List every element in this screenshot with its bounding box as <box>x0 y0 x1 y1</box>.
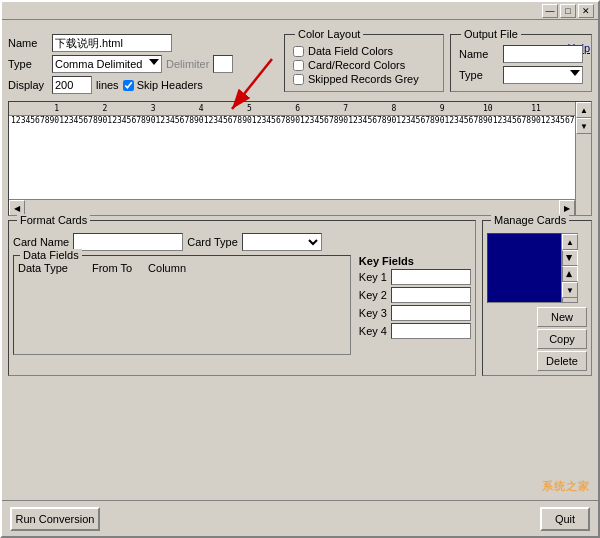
output-type-row: Type <box>459 66 583 84</box>
output-type-select[interactable] <box>503 66 583 84</box>
bottom-section: Format Cards Card Name Card Type Data Fi… <box>8 220 592 376</box>
manage-cards-panel: Manage Cards ▲ ▶ ◀ ▼ New Copy Delete <box>482 220 592 376</box>
manage-list-area: ▲ ▶ ◀ ▼ <box>487 233 587 303</box>
ruler-text: 1 2 3 4 5 6 7 8 9 10 11 12 <box>11 104 589 113</box>
card-name-row: Card Name Card Type <box>13 233 471 251</box>
display-row: Display lines Skip Headers <box>8 76 278 94</box>
color-layout-title: Color Layout <box>295 28 363 40</box>
from-to-col-header: From To <box>92 262 132 274</box>
card-type-label: Card Type <box>187 236 238 248</box>
display-input[interactable] <box>52 76 92 94</box>
name-label: Name <box>8 37 48 49</box>
manage-scroll-right[interactable]: ▶ <box>562 250 578 266</box>
skipped-records-option: Skipped Records Grey <box>293 73 435 85</box>
status-bar: Run Conversion Quit <box>2 500 598 536</box>
key2-input[interactable] <box>391 287 471 303</box>
format-cards-title: Format Cards <box>17 214 90 226</box>
title-bar: — □ ✕ <box>2 2 598 20</box>
output-file-title: Output File <box>461 28 521 40</box>
watermark: 系统之家 <box>542 479 590 494</box>
key1-input[interactable] <box>391 269 471 285</box>
main-window: — □ ✕ Help Name Type Comma Delimited Del… <box>0 0 600 538</box>
card-type-select[interactable] <box>242 233 322 251</box>
key-fields-title: Key Fields <box>359 255 471 267</box>
manage-cards-title: Manage Cards <box>491 214 569 226</box>
preview-area[interactable]: 1 2 3 4 5 6 7 8 9 10 11 12 1234567890123… <box>8 101 592 216</box>
lines-label: lines <box>96 79 119 91</box>
card-name-input[interactable] <box>73 233 183 251</box>
card-record-colors-option: Card/Record Colors <box>293 59 435 71</box>
new-button[interactable]: New <box>537 307 587 327</box>
key4-input[interactable] <box>391 323 471 339</box>
delimiter-input[interactable] <box>213 55 233 73</box>
card-record-colors-checkbox[interactable] <box>293 60 304 71</box>
skip-headers-label[interactable]: Skip Headers <box>123 79 203 91</box>
output-file-panel: Output File Name Type <box>450 34 592 92</box>
manage-buttons: New Copy Delete <box>487 307 587 371</box>
fields-section: Data Fields Data Type From To Column Key… <box>13 255 471 355</box>
v-scrollbar[interactable]: ▲ ▼ <box>575 102 591 215</box>
card-name-label: Card Name <box>13 236 69 248</box>
column-col-header: Column <box>148 262 186 274</box>
name-row: Name <box>8 34 278 52</box>
output-name-input[interactable] <box>503 45 583 63</box>
data-field-colors-label: Data Field Colors <box>308 45 393 57</box>
key1-row: Key 1 <box>359 269 471 285</box>
key1-label: Key 1 <box>359 271 387 283</box>
skipped-records-checkbox[interactable] <box>293 74 304 85</box>
color-layout-panel: Color Layout Data Field Colors Card/Reco… <box>284 34 444 92</box>
format-cards-panel: Format Cards Card Name Card Type Data Fi… <box>8 220 476 376</box>
manage-scrollbar: ▲ ▶ ◀ ▼ <box>562 233 578 303</box>
settings-panel: Name Type Comma Delimited Delimiter Disp… <box>8 34 278 97</box>
output-type-label: Type <box>459 69 499 81</box>
key3-input[interactable] <box>391 305 471 321</box>
key3-label: Key 3 <box>359 307 387 319</box>
data-type-col-header: Data Type <box>18 262 68 274</box>
copy-button[interactable]: Copy <box>537 329 587 349</box>
delete-button[interactable]: Delete <box>537 351 587 371</box>
manage-scroll-up[interactable]: ▲ <box>562 234 578 250</box>
type-select[interactable]: Comma Delimited <box>52 55 162 73</box>
key3-row: Key 3 <box>359 305 471 321</box>
key2-row: Key 2 <box>359 287 471 303</box>
manage-scroll-left[interactable]: ◀ <box>562 266 578 282</box>
df-headers: Data Type From To Column <box>18 262 346 274</box>
ruler: 1 2 3 4 5 6 7 8 9 10 11 12 <box>9 102 591 116</box>
ruler-numbers: 1234567890123456789012345678901234567890… <box>9 116 591 125</box>
type-label: Type <box>8 58 48 70</box>
data-field-colors-option: Data Field Colors <box>293 45 435 57</box>
manage-scroll-down[interactable]: ▼ <box>562 282 578 298</box>
h-scrollbar[interactable]: ◀ ▶ <box>9 199 575 215</box>
data-fields-title: Data Fields <box>20 249 82 261</box>
skip-headers-checkbox[interactable] <box>123 80 134 91</box>
data-fields-area: Data Fields Data Type From To Column <box>13 255 351 355</box>
key-fields-area: Key Fields Key 1 Key 2 Key 3 <box>359 255 471 355</box>
maximize-button[interactable]: □ <box>560 4 576 18</box>
output-name-label: Name <box>459 48 499 60</box>
scroll-down-btn[interactable]: ▼ <box>576 118 592 134</box>
output-name-row: Name <box>459 45 583 63</box>
card-record-colors-label: Card/Record Colors <box>308 59 405 71</box>
delimiter-label: Delimiter <box>166 58 209 70</box>
data-field-colors-checkbox[interactable] <box>293 46 304 57</box>
skip-headers-text: Skip Headers <box>137 79 203 91</box>
display-label: Display <box>8 79 48 91</box>
skipped-records-label: Skipped Records Grey <box>308 73 419 85</box>
key4-row: Key 4 <box>359 323 471 339</box>
run-conversion-button[interactable]: Run Conversion <box>10 507 100 531</box>
quit-button[interactable]: Quit <box>540 507 590 531</box>
key4-label: Key 4 <box>359 325 387 337</box>
type-row: Type Comma Delimited Delimiter <box>8 55 278 73</box>
close-button[interactable]: ✕ <box>578 4 594 18</box>
scroll-up-btn[interactable]: ▲ <box>576 102 592 118</box>
minimize-button[interactable]: — <box>542 4 558 18</box>
name-input[interactable] <box>52 34 172 52</box>
manage-cards-list[interactable] <box>487 233 562 303</box>
key2-label: Key 2 <box>359 289 387 301</box>
